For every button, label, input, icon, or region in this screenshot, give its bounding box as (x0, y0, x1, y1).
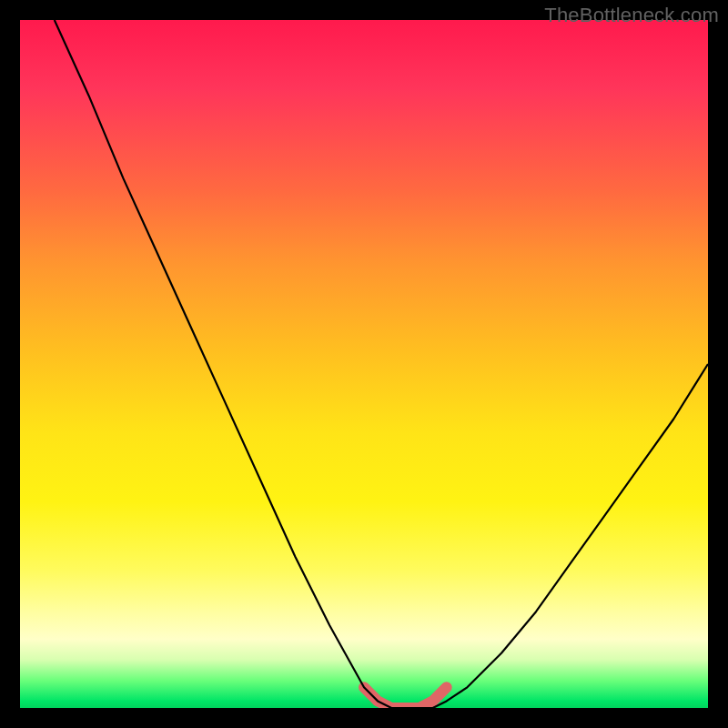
plot-area (20, 20, 708, 708)
watermark-text: TheBottleneck.com (544, 4, 719, 27)
bottleneck-curve (55, 20, 708, 708)
chart-frame: TheBottleneck.com (0, 0, 728, 728)
curve-layer (20, 20, 708, 708)
